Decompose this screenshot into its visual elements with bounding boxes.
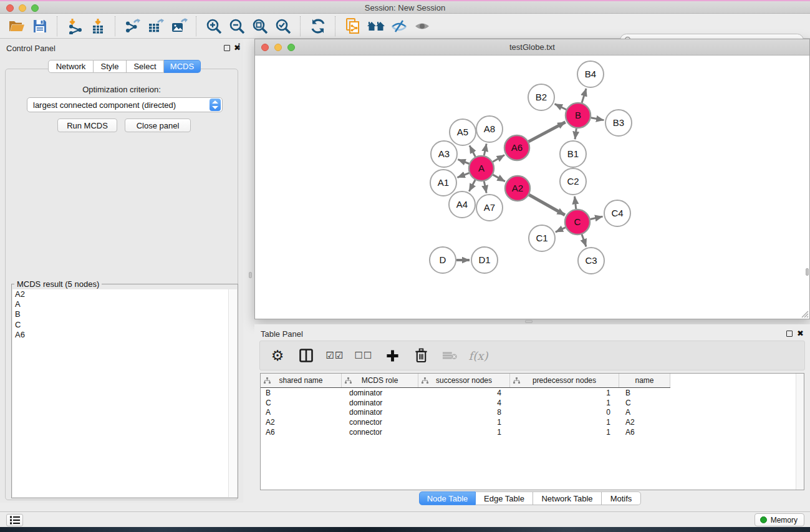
graph-node-A6[interactable]: A6	[504, 135, 529, 160]
graph-node-A7[interactable]: A7	[476, 195, 503, 221]
tab-network[interactable]: Network	[48, 60, 94, 73]
edge-A-A8[interactable]	[484, 144, 486, 156]
edge-A6-B[interactable]	[529, 122, 566, 142]
edge-A-A4[interactable]	[469, 180, 475, 191]
select-all-rows-icon[interactable]: ☑☑	[325, 346, 345, 365]
export-image-icon[interactable]	[167, 15, 190, 37]
graph-node-B1[interactable]: B1	[560, 141, 586, 167]
graph-node-C[interactable]: C	[565, 210, 590, 235]
delete-columns-trash-icon[interactable]	[411, 346, 431, 365]
graph-node-B4[interactable]: B4	[577, 61, 604, 87]
tab-motifs[interactable]: Motifs	[602, 491, 641, 505]
graph-node-A3[interactable]: A3	[431, 141, 457, 167]
zoom-fit-content-icon[interactable]	[248, 15, 271, 37]
graph-node-A2[interactable]: A2	[505, 176, 530, 201]
add-column-icon[interactable]	[382, 346, 402, 365]
graph-node-A5[interactable]: A5	[450, 119, 476, 145]
column-header-shared-name[interactable]: shared name	[261, 374, 342, 387]
open-folder-icon[interactable]	[5, 15, 28, 37]
edge-A-A1[interactable]	[457, 173, 469, 177]
splitter-handle[interactable]	[238, 41, 241, 51]
graph-node-C4[interactable]: C4	[604, 200, 630, 226]
edge-C-C3[interactable]	[582, 235, 586, 247]
edge-B-B2[interactable]	[555, 104, 567, 110]
clone-network-icon[interactable]	[341, 15, 364, 37]
column-header-successor-nodes[interactable]: successor nodes	[418, 374, 510, 387]
tab-edge-table[interactable]: Edge Table	[476, 491, 533, 505]
tab-style[interactable]: Style	[94, 60, 127, 73]
save-icon[interactable]	[28, 15, 51, 37]
graph-node-A4[interactable]: A4	[449, 191, 475, 218]
graph-node-B[interactable]: B	[566, 103, 591, 128]
tab-network-table[interactable]: Network Table	[533, 491, 602, 505]
apply-function-icon[interactable]: f(x)	[468, 346, 488, 365]
edge-A-A3[interactable]	[458, 160, 469, 164]
graph-node-A[interactable]: A	[469, 156, 494, 181]
memory-button[interactable]: Memory	[755, 513, 804, 526]
table-row[interactable]: A6connector11A6	[261, 428, 795, 438]
edge-A2-C[interactable]	[529, 195, 565, 215]
close-table-panel-icon[interactable]: ✖	[797, 329, 804, 338]
graph-node-D1[interactable]: D1	[471, 247, 498, 273]
run-mcds-button[interactable]: Run MCDS	[57, 118, 117, 132]
zoom-out-icon[interactable]	[225, 15, 248, 37]
graph-node-B3[interactable]: B3	[605, 110, 632, 136]
edge-A-A5[interactable]	[470, 145, 475, 157]
graph-node-C3[interactable]: C3	[578, 248, 604, 274]
edge-A-A6[interactable]	[493, 155, 504, 162]
vertical-splitter-thumb[interactable]	[249, 272, 252, 278]
task-history-button[interactable]	[6, 514, 23, 526]
table-row[interactable]: Bdominator41B	[261, 389, 795, 399]
graph-node-A8[interactable]: A8	[476, 116, 503, 142]
network-window-titlebar[interactable]: testGlobe.txt	[255, 39, 809, 56]
delete-table-icon[interactable]	[440, 346, 460, 365]
apply-layout-icon[interactable]	[306, 15, 329, 37]
table-row[interactable]: Adominator80A	[261, 408, 795, 418]
mcds-result-item[interactable]: A6	[12, 330, 228, 340]
window-resize-grip[interactable]	[800, 309, 809, 318]
horizontal-splitter-thumb[interactable]	[525, 320, 533, 323]
mcds-result-item[interactable]: A	[12, 299, 228, 309]
edge-B-B1[interactable]	[575, 128, 576, 139]
edge-A-A2[interactable]	[493, 175, 504, 181]
import-table-icon[interactable]	[86, 15, 109, 37]
graph-node-A1[interactable]: A1	[430, 170, 456, 196]
network-canvas[interactable]: B4B2BB3A5A8A6A3B1AA1C2A2A4A7C4CC1C3DD1	[255, 56, 809, 319]
edge-C-C4[interactable]	[591, 216, 603, 219]
zoom-selected-icon[interactable]	[271, 15, 294, 37]
import-network-icon[interactable]	[63, 15, 86, 37]
column-header-MCDS-role[interactable]: MCDS role	[342, 374, 418, 387]
graph-node-B2[interactable]: B2	[528, 84, 554, 110]
network-scrollbar-thumb[interactable]	[806, 268, 809, 276]
mcds-result-item[interactable]: B	[12, 309, 228, 319]
graph-node-C1[interactable]: C1	[529, 225, 555, 251]
deselect-all-rows-icon[interactable]: ☐☐	[354, 346, 374, 365]
table-row[interactable]: Cdominator41C	[261, 399, 795, 409]
graph-node-D[interactable]: D	[430, 247, 456, 273]
edge-A-A7[interactable]	[484, 181, 486, 193]
tab-mcds[interactable]: MCDS	[164, 60, 201, 73]
criterion-dropdown[interactable]: largest connected component (directed)	[27, 97, 223, 112]
float-panel-icon[interactable]	[224, 45, 230, 51]
column-header-predecessor-nodes[interactable]: predecessor nodes	[510, 374, 619, 387]
export-network-icon[interactable]	[121, 15, 144, 37]
session-titlebar[interactable]: Session: New Session	[0, 1, 810, 14]
table-settings-gear-icon[interactable]: ⚙	[268, 346, 287, 365]
edge-B-B3[interactable]	[591, 118, 604, 120]
mcds-result-list[interactable]: A2ABCA6	[12, 289, 228, 497]
zoom-in-icon[interactable]	[202, 15, 225, 37]
float-table-panel-icon[interactable]	[786, 331, 793, 337]
mcds-result-item[interactable]: C	[12, 320, 228, 330]
column-header-name[interactable]: name	[619, 374, 670, 387]
edge-C-C1[interactable]	[556, 228, 566, 232]
tab-select[interactable]: Select	[127, 60, 164, 73]
table-scrollbar[interactable]	[796, 374, 804, 490]
tab-node-table[interactable]: Node Table	[419, 491, 476, 505]
mcds-result-item[interactable]: A2	[12, 289, 228, 299]
edge-B-B4[interactable]	[582, 89, 586, 103]
graph-node-C2[interactable]: C2	[560, 168, 586, 195]
hide-selected-eye-icon[interactable]	[387, 15, 410, 37]
close-panel-button[interactable]: Close panel	[125, 118, 191, 132]
export-table-icon[interactable]	[144, 15, 167, 37]
mcds-result-scrollbar[interactable]	[228, 289, 237, 497]
